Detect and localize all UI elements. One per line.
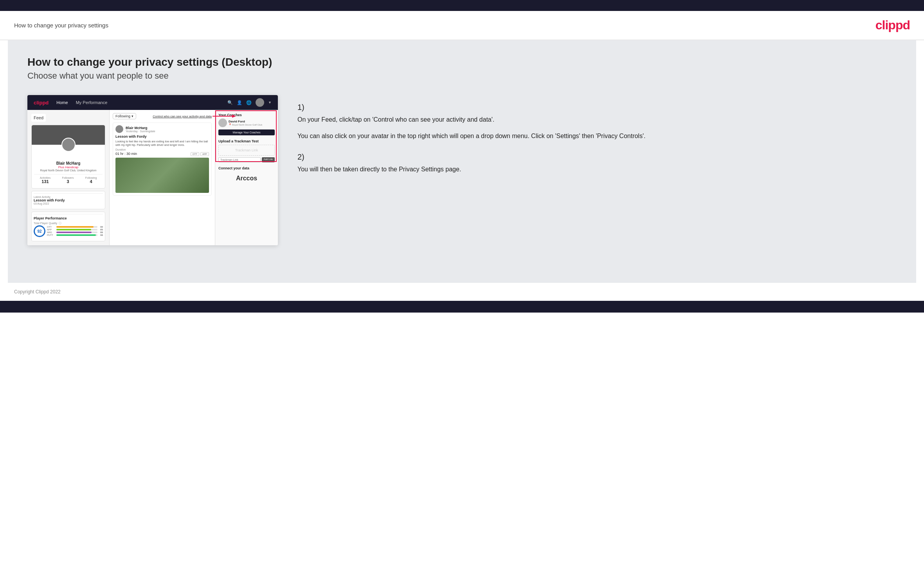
chevron-icon: ▾ xyxy=(131,114,133,118)
nav-right: 🔍 👤 🌐 ▼ xyxy=(227,98,272,107)
control-link[interactable]: Control who can see your activity and da… xyxy=(153,115,212,118)
instruction-2: 2) You will then be taken directly to th… xyxy=(297,153,897,174)
profile-handicap: Plus Handicap xyxy=(34,165,103,169)
trackman-input-row: Add Link xyxy=(218,157,275,162)
app-right-panel: Your Coaches David Ford 📍 Royal North De… xyxy=(215,110,278,245)
post-card: Blair McHarg Yesterday · Sunningdale Les… xyxy=(113,122,212,196)
header-title: How to change your privacy settings xyxy=(14,22,108,29)
app-body: Feed Blair McHarg Plus Handicap Royal No… xyxy=(27,110,278,245)
following-label: Following xyxy=(85,176,97,179)
duration-value: 01 hr : 30 min xyxy=(115,152,137,156)
quality-label: Total Player Quality ⓘ xyxy=(34,221,103,225)
activities-label: Activities xyxy=(40,176,51,179)
connect-section: Connect your data Arccos xyxy=(218,166,275,185)
copyright: Copyright Clippd 2022 xyxy=(14,289,61,295)
chevron-down-icon: ▼ xyxy=(268,101,272,104)
latest-label: Latest Activity xyxy=(34,196,103,198)
instruction-1: 1) On your Feed, click/tap on 'Control w… xyxy=(297,103,897,141)
instruction-2-number: 2) xyxy=(297,153,897,162)
profile-club: Royal North Devon Golf Club, United King… xyxy=(34,169,103,172)
app-sidebar: Feed Blair McHarg Plus Handicap Royal No… xyxy=(27,110,110,245)
quality-bars: OTT90 APP85 ARG86 PUTT96 xyxy=(47,226,103,237)
app-logo: clippd xyxy=(34,100,49,106)
search-icon[interactable]: 🔍 xyxy=(227,100,233,105)
trackman-placeholder: Trackman Link xyxy=(218,145,275,156)
following-bar: Following ▾ Control who can see your act… xyxy=(113,113,212,119)
instruction-1-text: On your Feed, click/tap on 'Control who … xyxy=(297,115,897,124)
trackman-input[interactable] xyxy=(218,157,261,162)
perf-title: Player Performance xyxy=(34,216,103,220)
trackman-section: Upload a Trackman Test Trackman Link Add… xyxy=(218,139,275,162)
split-layout: clippd Home My Performance 🔍 👤 🌐 ▼ Feed xyxy=(27,95,897,245)
latest-date: 03 Aug 2022 xyxy=(34,202,103,205)
post-tags: OTT APP xyxy=(191,152,209,156)
latest-activity: Latest Activity Lesson with Fordy 03 Aug… xyxy=(34,193,103,207)
post-desc: Looking to feel like my hands are exitin… xyxy=(115,140,209,147)
coach-avatar xyxy=(218,119,227,127)
instruction-1-number: 1) xyxy=(297,103,897,112)
activities-stat: Activities 131 xyxy=(40,176,51,184)
connect-title: Connect your data xyxy=(218,166,275,170)
person-icon[interactable]: 👤 xyxy=(237,100,242,105)
nav-my-performance[interactable]: My Performance xyxy=(76,100,108,105)
player-performance: Player Performance Total Player Quality … xyxy=(34,214,103,239)
coach-row: David Ford 📍 Royal North Devon Golf Club xyxy=(218,119,275,127)
app-tag: APP xyxy=(200,152,209,156)
latest-name: Lesson with Fordy xyxy=(34,198,103,202)
footer: Copyright Clippd 2022 xyxy=(0,283,924,301)
main-content: How to change your privacy settings (Des… xyxy=(8,40,916,283)
main-subheading: Choose what you want people to see xyxy=(27,71,897,81)
following-button[interactable]: Following ▾ xyxy=(113,113,136,119)
followers-stat: Followers 3 xyxy=(62,176,74,184)
manage-coaches-button[interactable]: Manage Your Coaches xyxy=(218,129,275,135)
app-screenshot: clippd Home My Performance 🔍 👤 🌐 ▼ Feed xyxy=(27,95,278,245)
ott-tag: OTT xyxy=(191,152,199,156)
post-title: Lesson with Fordy xyxy=(115,135,209,138)
profile-banner xyxy=(32,125,105,145)
followers-label: Followers xyxy=(62,176,74,179)
coach-name: David Ford xyxy=(229,120,262,123)
followers-value: 3 xyxy=(62,179,74,184)
post-meta: Yesterday · Sunningdale xyxy=(126,130,155,133)
instructions: 1) On your Feed, click/tap on 'Control w… xyxy=(294,95,897,186)
avatar-button[interactable] xyxy=(256,98,264,107)
app-nav: clippd Home My Performance 🔍 👤 🌐 ▼ xyxy=(27,95,278,110)
profile-name: Blair McHarg xyxy=(34,161,103,165)
clippd-logo: clippd xyxy=(875,18,910,32)
bottom-bar xyxy=(0,301,924,313)
top-bar xyxy=(0,0,924,11)
quality-row: 92 OTT90 APP85 ARG86 PUTT96 xyxy=(34,225,103,237)
post-name: Blair McHarg xyxy=(126,126,155,130)
duration-label: Duration xyxy=(115,148,209,151)
svg-marker-1 xyxy=(232,115,236,118)
instruction-1-extra: You can also click on your avatar in the… xyxy=(297,131,897,141)
page-heading: How to change your privacy settings (Des… xyxy=(27,56,897,81)
add-link-button[interactable]: Add Link xyxy=(262,157,275,162)
profile-stats: Activities 131 Followers 3 Following 4 xyxy=(34,174,103,186)
post-header: Blair McHarg Yesterday · Sunningdale xyxy=(115,125,209,133)
annotation-arrow xyxy=(213,113,236,119)
coach-club: 📍 Royal North Devon Golf Club xyxy=(229,123,262,126)
following-value: 4 xyxy=(85,179,97,184)
trackman-title: Upload a Trackman Test xyxy=(218,139,275,143)
avatar xyxy=(61,138,76,152)
following-stat: Following 4 xyxy=(85,176,97,184)
main-heading: How to change your privacy settings (Des… xyxy=(27,56,897,68)
globe-icon[interactable]: 🌐 xyxy=(246,100,252,105)
feed-tab[interactable]: Feed xyxy=(31,114,46,122)
header: How to change your privacy settings clip… xyxy=(0,11,924,40)
instruction-2-text: You will then be taken directly to the P… xyxy=(297,165,897,174)
post-image xyxy=(115,158,209,193)
activities-value: 131 xyxy=(40,179,51,184)
app-feed: Following ▾ Control who can see your act… xyxy=(110,110,215,245)
post-avatar xyxy=(115,125,123,133)
quality-score: 92 xyxy=(34,225,45,237)
nav-home[interactable]: Home xyxy=(56,100,68,105)
arccos-logo: Arccos xyxy=(218,172,275,185)
